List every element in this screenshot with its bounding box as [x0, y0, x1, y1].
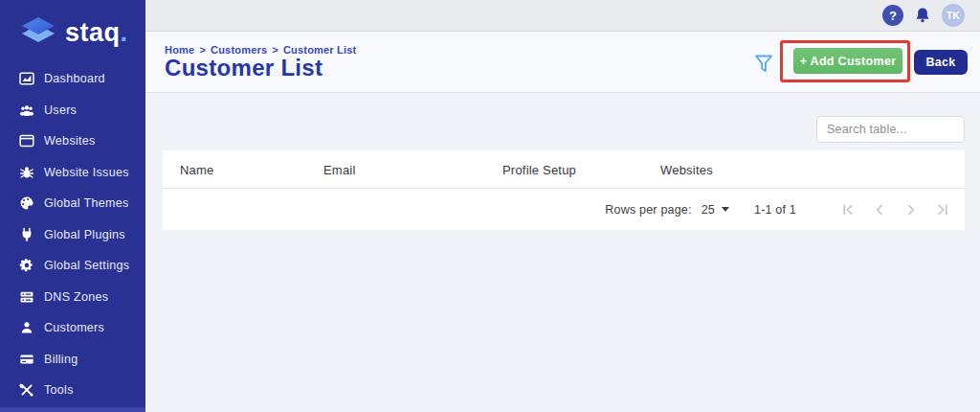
- logo-text: staq: [65, 18, 121, 47]
- sidebar-item-label: Global Settings: [44, 259, 129, 272]
- sidebar-item-label: Billing: [44, 353, 78, 366]
- table-header-row: Name Email Profile Setup Websites: [163, 150, 965, 189]
- column-header-name[interactable]: Name: [180, 150, 213, 189]
- pagination-controls: [823, 203, 949, 217]
- first-page-icon[interactable]: [841, 203, 855, 217]
- server-icon: [19, 289, 34, 305]
- column-header-profile-setup[interactable]: Profile Setup: [502, 150, 576, 189]
- rows-per-page-select[interactable]: 25: [702, 203, 729, 217]
- back-button[interactable]: Back: [914, 50, 968, 75]
- user-avatar[interactable]: TK: [942, 4, 965, 27]
- sidebar-item-billing[interactable]: Billing: [0, 344, 145, 376]
- sidebar-item-label: Global Plugins: [44, 228, 125, 241]
- rows-per-page-value: 25: [702, 203, 715, 217]
- pagination-bar: Rows per page: 25 1-1 of 1: [163, 189, 965, 230]
- person-icon: [19, 320, 34, 335]
- sidebar-item-customers[interactable]: Customers: [0, 312, 145, 344]
- sidebar-item-label: DNS Zones: [44, 290, 108, 304]
- dashboard-icon: [19, 71, 34, 86]
- last-page-icon[interactable]: [936, 203, 949, 217]
- sidebar-item-website-issues[interactable]: Website Issues: [0, 157, 145, 189]
- notifications-bell-icon[interactable]: [913, 6, 932, 25]
- app-logo[interactable]: staq.: [0, 0, 145, 52]
- chevron-down-icon: [722, 207, 729, 212]
- previous-page-icon[interactable]: [873, 203, 886, 217]
- browser-window-icon: [19, 133, 34, 149]
- pagination-range-label: 1-1 of 1: [754, 203, 796, 217]
- sidebar-item-dns-zones[interactable]: DNS Zones: [0, 282, 145, 313]
- sidebar-item-label: Tools: [44, 383, 74, 397]
- sidebar-item-global-plugins[interactable]: Global Plugins: [0, 219, 145, 251]
- sidebar-item-users[interactable]: Users: [0, 95, 145, 126]
- next-page-icon[interactable]: [904, 203, 918, 217]
- help-button[interactable]: ?: [882, 5, 903, 26]
- sidebar-bottom-strip: [0, 407, 145, 412]
- users-icon: [19, 103, 34, 118]
- column-header-email[interactable]: Email: [323, 150, 356, 189]
- plug-icon: [19, 227, 34, 242]
- customer-list-page: staq. Dashboard Users Websites: [0, 0, 980, 412]
- sidebar-item-label: Website Issues: [44, 166, 129, 179]
- sidebar-item-websites[interactable]: Websites: [0, 126, 145, 157]
- palette-icon: [19, 195, 34, 211]
- add-customer-button[interactable]: + Add Customer: [793, 48, 902, 74]
- sidebar-item-label: Global Themes: [44, 196, 128, 210]
- sidebar-item-label: Websites: [44, 134, 96, 148]
- page-title: Customer List: [165, 55, 323, 81]
- sidebar-nav: Dashboard Users Websites Website Issues: [0, 63, 145, 406]
- sidebar-item-label: Customers: [44, 321, 104, 334]
- staq-logo-icon: [19, 13, 57, 52]
- tools-icon: [19, 382, 34, 398]
- sidebar: staq. Dashboard Users Websites: [0, 0, 145, 412]
- sidebar-item-global-settings[interactable]: Global Settings: [0, 250, 145, 282]
- column-header-websites[interactable]: Websites: [660, 150, 713, 189]
- gear-icon: [19, 258, 34, 273]
- logo-dot: .: [121, 18, 128, 47]
- sidebar-item-label: Dashboard: [44, 72, 105, 85]
- sidebar-item-global-themes[interactable]: Global Themes: [0, 188, 145, 219]
- topbar: ? TK: [145, 0, 980, 32]
- bug-icon: [19, 165, 34, 180]
- sidebar-item-dashboard[interactable]: Dashboard: [0, 63, 145, 95]
- search-input[interactable]: [816, 116, 965, 143]
- sidebar-item-tools[interactable]: Tools: [0, 375, 145, 406]
- sidebar-item-label: Users: [44, 103, 77, 117]
- rows-per-page-label: Rows per page:: [605, 203, 691, 217]
- credit-card-icon: [19, 352, 34, 367]
- customer-table: Name Email Profile Setup Websites Rows p…: [163, 150, 965, 230]
- filter-funnel-icon[interactable]: [754, 54, 773, 74]
